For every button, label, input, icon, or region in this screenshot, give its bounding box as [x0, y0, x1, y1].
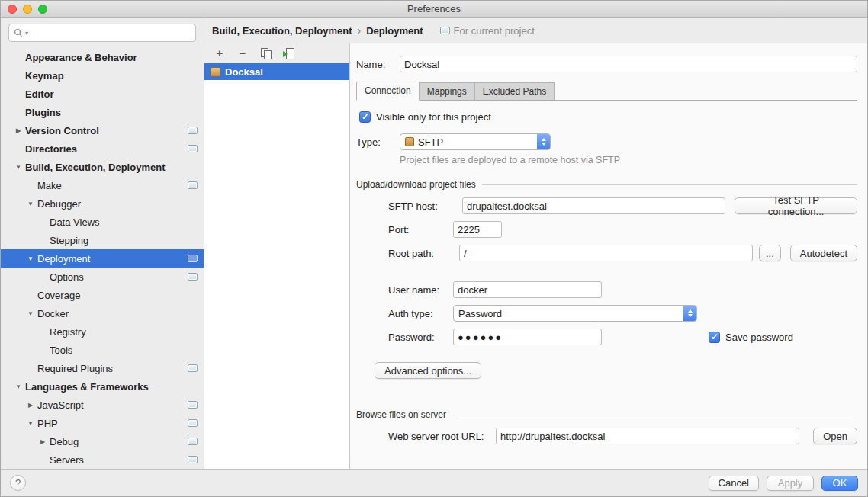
advanced-options-button[interactable]: Advanced options... [375, 362, 481, 379]
remove-server-button[interactable]: − [236, 47, 249, 59]
browse-root-path-button[interactable]: ... [759, 245, 781, 261]
search-input[interactable] [31, 27, 191, 38]
sidebar-item-languages-frameworks[interactable]: ▼Languages & Frameworks [1, 377, 204, 396]
checkbox-checked-icon[interactable] [709, 332, 720, 343]
copy-icon [261, 48, 271, 59]
autodetect-button[interactable]: Autodetect [790, 245, 857, 261]
titlebar: Preferences [1, 1, 867, 18]
sidebar-item-directories[interactable]: Directories [1, 139, 204, 158]
root-path-input[interactable] [459, 245, 753, 261]
search-field[interactable]: ▾ [8, 24, 196, 42]
auth-type-select[interactable]: Password [453, 305, 697, 322]
apply-button[interactable]: Apply [767, 476, 814, 491]
dropdown-stepper-icon[interactable] [683, 306, 696, 321]
chevron-down-icon[interactable]: ▼ [11, 383, 25, 390]
sidebar-item-plugins[interactable]: Plugins [1, 103, 204, 121]
current-project-icon [188, 127, 198, 134]
sftp-host-input[interactable] [462, 197, 725, 214]
sidebar-item-label: Keymap [25, 70, 198, 82]
sidebar-item-options[interactable]: Options [1, 268, 204, 286]
port-label: Port: [388, 224, 453, 236]
upload-section-title: Upload/download project files [356, 179, 476, 190]
sidebar-item-required-plugins[interactable]: Required Plugins [1, 359, 204, 377]
sidebar-item-label: Deployment [37, 253, 183, 265]
deployment-form: Name: ConnectionMappingsExcluded Paths V… [350, 43, 867, 469]
dropdown-stepper-icon[interactable] [537, 134, 550, 149]
sidebar-item-make[interactable]: Make [1, 176, 204, 194]
current-project-label: For current project [454, 25, 535, 37]
add-server-button[interactable]: + [214, 47, 226, 59]
sidebar-item-label: Debugger [37, 198, 198, 210]
sidebar-item-label: Registry [50, 326, 198, 338]
sidebar-item-stepping[interactable]: Stepping [1, 231, 204, 249]
sidebar-item-registry[interactable]: Registry [1, 322, 204, 341]
sidebar-item-label: PHP [37, 418, 183, 429]
sidebar-item-php[interactable]: ▼PHP [1, 414, 204, 432]
sidebar-item-debugger[interactable]: ▼Debugger [1, 194, 204, 213]
chevron-right-icon[interactable]: ▶ [24, 402, 37, 409]
server-item-docksal[interactable]: Docksal [204, 63, 349, 80]
type-select[interactable]: SFTP [400, 133, 551, 150]
chevron-down-icon[interactable]: ▼ [11, 164, 25, 171]
tab-mappings[interactable]: Mappings [419, 82, 475, 100]
port-input[interactable] [453, 221, 502, 238]
sidebar-item-deployment[interactable]: ▼Deployment [1, 249, 204, 268]
breadcrumb-page: Deployment [366, 25, 423, 37]
chevron-down-icon[interactable]: ▼ [24, 310, 37, 317]
test-sftp-connection-button[interactable]: Test SFTP connection... [735, 197, 857, 214]
sidebar-item-label: Editor [25, 88, 198, 100]
sidebar-item-javascript[interactable]: ▶JavaScript [1, 396, 204, 414]
open-url-button[interactable]: Open [813, 428, 857, 444]
copy-server-button[interactable] [259, 47, 272, 59]
close-button[interactable] [8, 5, 17, 14]
user-name-input[interactable] [453, 281, 602, 298]
sidebar-item-keymap[interactable]: Keymap [1, 66, 204, 85]
web-root-input[interactable] [496, 428, 799, 444]
breadcrumb: Build, Execution, Deployment › Deploymen… [204, 18, 867, 43]
password-input[interactable] [453, 329, 602, 345]
window-controls [8, 5, 47, 14]
root-path-label: Root path: [388, 248, 453, 259]
ok-button[interactable]: OK [821, 476, 858, 491]
sidebar-item-servers[interactable]: Servers [1, 451, 204, 469]
sidebar-item-debug[interactable]: ▶Debug [1, 432, 204, 451]
sidebar-item-label: Options [50, 271, 183, 283]
tab-excluded-paths[interactable]: Excluded Paths [474, 82, 555, 100]
current-project-icon [188, 364, 198, 372]
cancel-button[interactable]: Cancel [709, 476, 759, 491]
sidebar-item-label: Plugins [25, 107, 198, 118]
help-button[interactable]: ? [10, 475, 26, 491]
import-server-button[interactable] [282, 47, 294, 59]
deployment-server-icon [211, 67, 220, 77]
search-area: ▾ [1, 18, 204, 45]
settings-sidebar: ▾ Appearance & BehaviorKeymapEditorPlugi… [1, 18, 204, 469]
visible-only-label: Visible only for this project [376, 111, 491, 123]
zoom-button[interactable] [38, 5, 47, 14]
chevron-right-icon[interactable]: ▶ [36, 438, 50, 445]
checkbox-checked-icon[interactable] [359, 111, 371, 123]
chevron-down-icon[interactable]: ▼ [24, 200, 37, 207]
current-project-icon [188, 145, 198, 152]
chevron-down-icon[interactable]: ▼ [24, 420, 37, 427]
sidebar-item-build-execution-deployment[interactable]: ▼Build, Execution, Deployment [1, 158, 204, 176]
visible-only-checkbox[interactable]: Visible only for this project [359, 111, 857, 123]
sidebar-item-coverage[interactable]: Coverage [1, 286, 204, 304]
sidebar-item-version-control[interactable]: ▶Version Control [1, 121, 204, 139]
tab-connection[interactable]: Connection [356, 82, 420, 101]
sidebar-item-appearance-behavior[interactable]: Appearance & Behavior [1, 48, 204, 66]
sidebar-item-tools[interactable]: Tools [1, 341, 204, 359]
minimize-button[interactable] [23, 5, 32, 14]
name-input[interactable] [400, 56, 857, 72]
sftp-icon [405, 137, 414, 146]
sidebar-item-data-views[interactable]: Data Views [1, 213, 204, 231]
chevron-down-icon[interactable]: ▼ [24, 255, 37, 262]
auth-type-value: Password [458, 308, 680, 319]
sidebar-item-editor[interactable]: Editor [1, 85, 204, 103]
search-options-arrow-icon[interactable]: ▾ [25, 30, 28, 37]
sidebar-item-label: Build, Execution, Deployment [25, 162, 198, 173]
sidebar-item-docker[interactable]: ▼Docker [1, 304, 204, 322]
server-list-toolbar: + − [204, 43, 349, 63]
chevron-right-icon[interactable]: ▶ [11, 127, 25, 134]
preferences-window: Preferences ▾ Appearance & BehaviorKeyma… [0, 0, 868, 497]
save-password-checkbox[interactable]: Save password [709, 332, 793, 343]
